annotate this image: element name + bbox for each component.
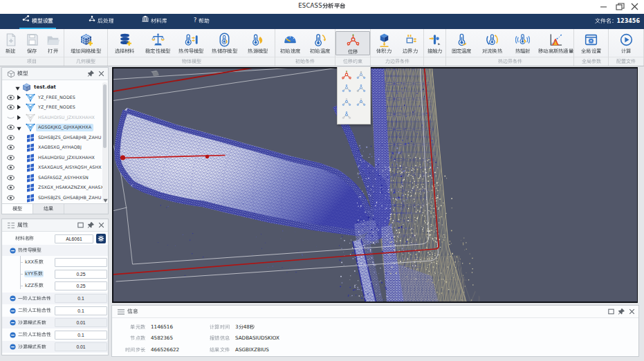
ribbon-button-displacement[interactable] (335, 31, 370, 55)
collapse-icon[interactable] (10, 308, 16, 314)
visibility-eye-icon[interactable] (7, 184, 15, 191)
tree-scrollbar[interactable] (102, 82, 107, 202)
material-name-input[interactable] (55, 234, 93, 243)
displacement-option-2[interactable] (354, 68, 369, 82)
restore-button[interactable] (614, 1, 626, 12)
visibility-eye-icon[interactable] (7, 194, 15, 201)
visibility-eye-closed-icon[interactable] (7, 114, 15, 121)
tab-material-library[interactable] (142, 14, 167, 29)
visibility-eye-icon[interactable] (7, 144, 15, 151)
pin-icon[interactable] (87, 221, 95, 229)
displacement-option-7[interactable] (340, 109, 354, 123)
visibility-eye-icon[interactable] (7, 104, 15, 111)
close-button[interactable] (629, 1, 641, 12)
close-icon[interactable] (628, 308, 636, 315)
ribbon-button-contact-force[interactable] (424, 31, 445, 54)
ribbon-button-body-force[interactable] (371, 31, 397, 54)
visibility-eye-icon[interactable] (7, 154, 15, 161)
kyy-input[interactable] (55, 270, 107, 279)
ribbon-group-global-parameters (574, 29, 609, 66)
visibility-eye-icon[interactable] (7, 174, 15, 181)
tripod-axes-icon (356, 97, 367, 108)
caret-right-icon[interactable] (17, 115, 21, 120)
displacement-option-5[interactable] (340, 95, 354, 109)
collapse-icon[interactable] (10, 248, 16, 254)
collapse-icon[interactable] (10, 332, 16, 338)
visibility-eye-icon[interactable] (7, 94, 15, 101)
tree-scrollbar-thumb[interactable] (103, 84, 107, 148)
visibility-eye-icon[interactable] (7, 134, 15, 141)
close-icon[interactable] (98, 70, 105, 77)
minimize-button[interactable] (598, 1, 609, 12)
tab-post-processing[interactable] (89, 14, 113, 29)
caret-right-icon[interactable] (17, 104, 21, 110)
tree-row[interactable]: SDHSBJZS_GHSABJHB_ZAHU (2, 193, 108, 203)
tab-model[interactable] (2, 204, 33, 214)
displacement-option-4[interactable] (354, 82, 369, 96)
tree-row[interactable]: YZ_FREE_NODES (2, 93, 108, 103)
ribbon-button-new[interactable] (0, 31, 21, 54)
visibility-eye-icon[interactable] (7, 124, 15, 131)
ribbon-button-moving-gauss-heat-flux[interactable] (538, 31, 573, 54)
visibility-eye-icon[interactable] (7, 164, 15, 171)
ribbon-button-compute[interactable] (609, 31, 643, 54)
tree-row[interactable]: HSAUHDISU_JZXIUXHAHX (2, 153, 108, 163)
pin-icon[interactable] (618, 308, 625, 315)
ribbon-button-heat-conduction-model[interactable] (174, 31, 208, 54)
maximize-icon[interactable] (607, 308, 615, 315)
caret-down-icon[interactable] (15, 86, 20, 91)
tree-row[interactable]: HSAUHDISU_JZXIUXHAHX (2, 113, 108, 123)
displacement-option-3[interactable] (340, 82, 354, 96)
section-row-heat-conduction[interactable] (2, 245, 108, 256)
hourglass-coefficient-2-input[interactable] (55, 342, 107, 351)
initial-temperature-icon (313, 33, 327, 47)
tree-row[interactable]: AGSGKJKG_GJHXAJKHXA (2, 122, 108, 133)
tree-row[interactable]: XAGBSXG_AYHAQBJ (2, 142, 108, 153)
kzz-input[interactable] (55, 281, 107, 290)
maximize-icon[interactable] (77, 221, 84, 229)
collapse-icon[interactable] (10, 320, 16, 326)
ribbon-group-thermal-boundary (446, 29, 574, 66)
tab-help[interactable]: ? (194, 14, 210, 29)
kxx-input[interactable] (55, 258, 107, 267)
tab-results[interactable] (33, 204, 64, 214)
scroll-down-arrow-icon[interactable] (103, 198, 108, 203)
ribbon-button-initial-temperature[interactable] (305, 31, 335, 54)
ribbon-button-fixed-temperature[interactable] (446, 31, 477, 54)
tree-row[interactable]: SDHSBJZS_GHSABJHB_ZAHU (2, 133, 108, 143)
second-order-viscosity-input[interactable] (55, 306, 107, 315)
tree-row[interactable]: SAGFASGZ_ASYHHXSN (2, 173, 108, 183)
ribbon-button-global-settings[interactable] (574, 31, 608, 54)
ribbon-button-heat-storage-model[interactable] (208, 31, 241, 54)
collapse-icon[interactable] (10, 344, 16, 350)
collapse-icon[interactable] (10, 295, 16, 302)
hourglass-coefficient-input[interactable] (55, 318, 107, 327)
pin-icon[interactable] (87, 70, 95, 77)
3d-viewport[interactable] (112, 67, 638, 303)
ribbon-button-boundary-force[interactable] (397, 31, 423, 54)
ribbon-button-convection[interactable] (477, 31, 507, 54)
ribbon-button-add-mesh-model[interactable] (64, 31, 107, 54)
property-row-first-order-viscosity (2, 293, 108, 304)
tree-row[interactable]: ZSXGX_HSAKAZNZXK_AHASX (2, 183, 108, 193)
caret-down-icon[interactable] (17, 126, 21, 131)
tree-row[interactable]: test.dat (2, 82, 108, 93)
ribbon-button-stability-model[interactable] (141, 31, 174, 54)
tree-row[interactable]: XSAXGAUS_AISYAQSH_ASHX (2, 163, 108, 173)
tab-model-settings[interactable] (22, 14, 53, 29)
ribbon-button-select-material[interactable] (108, 31, 141, 54)
first-order-viscosity-input[interactable] (55, 294, 107, 303)
ribbon-button-initial-velocity[interactable] (275, 31, 305, 54)
ribbon-button-open[interactable] (42, 31, 64, 54)
info-value: 1146516 (151, 324, 201, 330)
tree-row[interactable]: YZ_FREE_NODES (2, 102, 108, 113)
material-settings-button[interactable] (96, 234, 106, 243)
ribbon-button-radiation[interactable] (508, 31, 538, 54)
ribbon-button-heat-source-model[interactable] (241, 31, 275, 54)
ribbon-button-save[interactable] (21, 31, 43, 54)
caret-right-icon[interactable] (17, 95, 21, 100)
displacement-option-6[interactable] (354, 95, 369, 109)
second-order-viscosity-2-input[interactable] (55, 331, 107, 340)
close-icon[interactable] (98, 221, 105, 229)
displacement-option-1[interactable] (340, 68, 354, 82)
